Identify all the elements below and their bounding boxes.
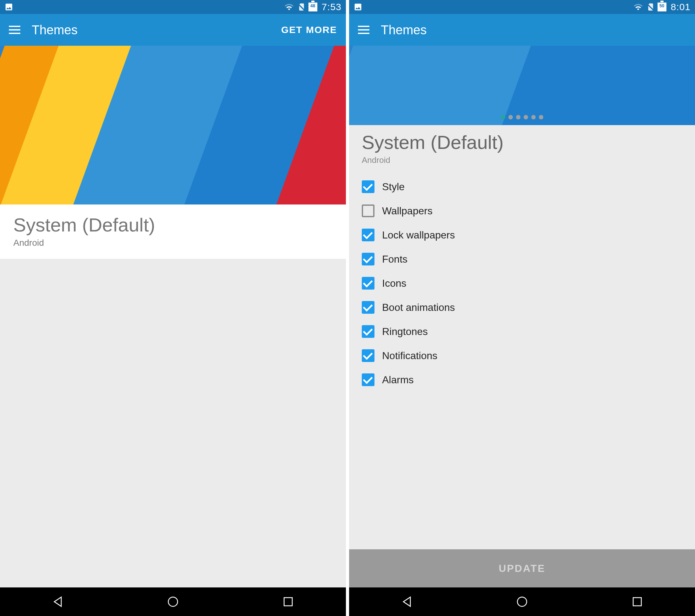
checkbox[interactable] xyxy=(362,349,374,362)
get-more-button[interactable]: GET MORE xyxy=(281,24,337,35)
theme-card[interactable]: System (Default) Android xyxy=(0,204,346,259)
checkbox[interactable] xyxy=(362,325,374,338)
image-icon xyxy=(354,2,362,12)
option-lock-wallpapers[interactable]: Lock wallpapers xyxy=(362,223,682,247)
appbar-title: Themes xyxy=(32,23,270,37)
appbar-title: Themes xyxy=(381,23,686,37)
empty-area xyxy=(0,259,346,587)
wifi-icon xyxy=(633,2,643,12)
back-icon[interactable] xyxy=(51,595,65,609)
pager-dot[interactable] xyxy=(531,115,536,119)
theme-author: Android xyxy=(13,238,333,248)
pager-dots[interactable] xyxy=(501,115,543,119)
theme-title: System (Default) xyxy=(362,131,682,153)
pager-dot[interactable] xyxy=(508,115,513,119)
checkbox[interactable] xyxy=(362,229,374,241)
option-notifications[interactable]: Notifications xyxy=(362,344,682,368)
app-bar: Themes xyxy=(349,14,695,46)
svg-rect-3 xyxy=(633,598,641,606)
options-list: StyleWallpapersLock wallpapersFontsIcons… xyxy=(362,174,682,392)
menu-icon[interactable] xyxy=(9,26,20,34)
pager-dot[interactable] xyxy=(539,115,543,119)
option-label: Icons xyxy=(382,278,406,289)
status-bar: 50 8:01 xyxy=(349,0,695,14)
option-wallpapers[interactable]: Wallpapers xyxy=(362,199,682,223)
screenshot-right: 50 8:01 Themes System (Default) Android … xyxy=(349,0,695,616)
nav-bar xyxy=(349,587,695,616)
option-label: Boot animations xyxy=(382,302,455,313)
option-label: Style xyxy=(382,181,405,193)
svg-point-2 xyxy=(517,597,526,606)
option-style[interactable]: Style xyxy=(362,174,682,199)
recent-icon[interactable] xyxy=(630,595,644,609)
theme-preview[interactable] xyxy=(349,46,695,125)
back-icon[interactable] xyxy=(400,595,414,609)
screenshot-left: 48 7:53 Themes GET MORE System (Default)… xyxy=(0,0,346,616)
option-label: Alarms xyxy=(382,374,414,386)
theme-detail: System (Default) Android StyleWallpapers… xyxy=(349,125,695,549)
checkbox[interactable] xyxy=(362,373,374,386)
pager-dot[interactable] xyxy=(524,115,528,119)
option-alarms[interactable]: Alarms xyxy=(362,368,682,392)
option-label: Wallpapers xyxy=(382,205,433,217)
option-boot-animations[interactable]: Boot animations xyxy=(362,295,682,319)
nav-bar xyxy=(0,587,346,616)
home-icon[interactable] xyxy=(166,595,180,609)
option-label: Lock wallpapers xyxy=(382,229,455,241)
option-label: Fonts xyxy=(382,253,407,265)
option-ringtones[interactable]: Ringtones xyxy=(362,319,682,344)
update-button[interactable]: UPDATE xyxy=(349,549,695,587)
theme-preview[interactable] xyxy=(0,46,346,204)
option-fonts[interactable]: Fonts xyxy=(362,247,682,271)
status-bar: 48 7:53 xyxy=(0,0,346,14)
pager-dot[interactable] xyxy=(501,115,505,119)
status-time: 8:01 xyxy=(671,2,691,12)
checkbox[interactable] xyxy=(362,301,374,314)
pager-dot[interactable] xyxy=(516,115,521,119)
option-icons[interactable]: Icons xyxy=(362,271,682,295)
checkbox[interactable] xyxy=(362,253,374,265)
no-sim-icon xyxy=(645,2,655,12)
theme-author: Android xyxy=(362,155,682,165)
svg-point-0 xyxy=(168,597,177,606)
checkbox[interactable] xyxy=(362,204,374,217)
svg-rect-1 xyxy=(284,598,292,606)
recent-icon[interactable] xyxy=(281,595,295,609)
status-time: 7:53 xyxy=(322,2,341,12)
wifi-icon xyxy=(284,2,294,12)
theme-title: System (Default) xyxy=(13,214,333,236)
battery-icon: 50 xyxy=(658,2,666,12)
checkbox[interactable] xyxy=(362,180,374,193)
app-bar: Themes GET MORE xyxy=(0,14,346,46)
option-label: Notifications xyxy=(382,350,437,362)
no-sim-icon xyxy=(296,2,306,12)
image-icon xyxy=(4,2,13,12)
home-icon[interactable] xyxy=(515,595,529,609)
option-label: Ringtones xyxy=(382,326,428,337)
menu-icon[interactable] xyxy=(358,26,369,34)
checkbox[interactable] xyxy=(362,277,374,289)
battery-icon: 48 xyxy=(308,2,317,12)
